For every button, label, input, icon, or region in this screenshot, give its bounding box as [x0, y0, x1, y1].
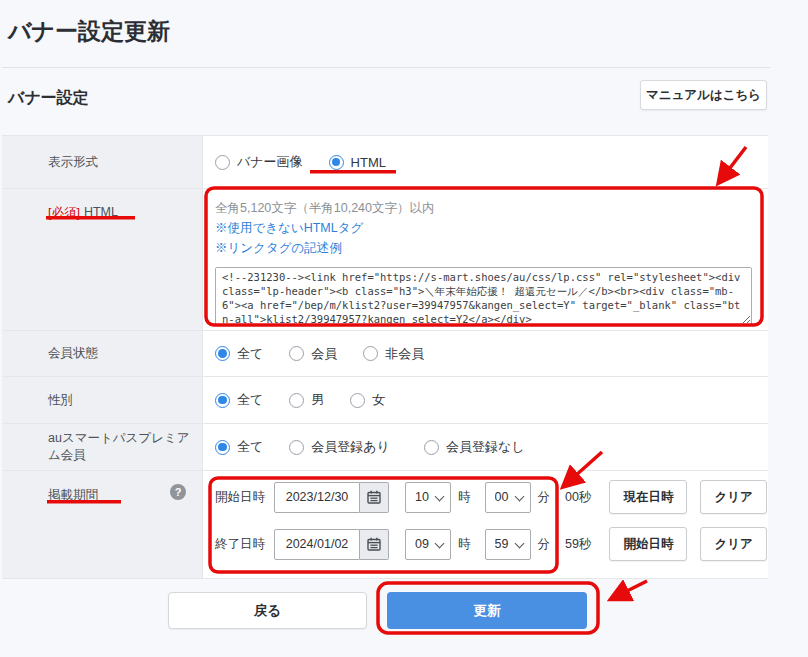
- gender-label: 性別: [2, 377, 203, 423]
- radio-unchecked-icon[interactable]: [215, 155, 230, 170]
- gender-options: 全て 男 女: [203, 377, 768, 423]
- page-title: バナー設定更新: [8, 16, 170, 47]
- html-label: [必須] HTML: [2, 189, 203, 330]
- radio-html-label: HTML: [351, 155, 386, 170]
- html-input-area: 全角5,120文字（半角10,240文字）以内 ※使用できないHTMLタグ ※リ…: [203, 189, 768, 330]
- start-minute-select-wrap: 00: [485, 482, 531, 513]
- calendar-icon: [367, 537, 381, 551]
- minute-unit: 分: [538, 536, 551, 553]
- radio-au-unregistered-label: 会員登録なし: [446, 438, 525, 456]
- char-limit-hint: 全角5,120文字（半角10,240文字）以内: [215, 200, 768, 217]
- start-seconds: 00秒: [565, 489, 591, 506]
- au-smartpass-label: auスマートパスプレミアム会員: [2, 424, 203, 470]
- radio-checked-icon[interactable]: [329, 155, 344, 170]
- end-calendar-button[interactable]: [360, 529, 389, 560]
- calendar-icon: [367, 490, 381, 504]
- start-clear-button[interactable]: クリア: [700, 480, 766, 514]
- annotation-arrow-update: [613, 581, 647, 598]
- radio-au-all[interactable]: 全て: [215, 438, 263, 456]
- radio-member-label: 会員: [311, 345, 337, 363]
- minute-unit: 分: [538, 489, 551, 506]
- radio-non-member-label: 非会員: [385, 345, 424, 363]
- radio-non-member[interactable]: 非会員: [363, 345, 424, 363]
- au-smartpass-options: 全て 会員登録あり 会員登録なし: [203, 424, 768, 470]
- radio-banner-image[interactable]: バナー画像: [215, 153, 303, 171]
- radio-unchecked-icon[interactable]: [424, 440, 439, 455]
- radio-unchecked-icon[interactable]: [289, 346, 304, 361]
- end-clear-button[interactable]: クリア: [700, 527, 766, 561]
- radio-unchecked-icon[interactable]: [363, 346, 378, 361]
- member-status-label: 会員状態: [2, 331, 203, 376]
- row-member-status: 会員状態 全て 会員 非会員: [2, 331, 768, 377]
- radio-gender-female-label: 女: [372, 391, 385, 409]
- update-button[interactable]: 更新: [387, 592, 587, 629]
- start-date-input[interactable]: [274, 482, 360, 513]
- end-seconds: 59秒: [565, 536, 591, 553]
- radio-au-unregistered[interactable]: 会員登録なし: [424, 438, 525, 456]
- end-minute-select-wrap: 59: [485, 529, 531, 560]
- radio-gender-male[interactable]: 男: [289, 391, 324, 409]
- copy-start-datetime-button[interactable]: 開始日時: [609, 527, 687, 561]
- start-minute-select[interactable]: 00: [485, 482, 531, 513]
- row-html: [必須] HTML 全角5,120文字（半角10,240文字）以内 ※使用できな…: [2, 189, 768, 331]
- back-button[interactable]: 戻る: [168, 592, 367, 629]
- display-format-options: バナー画像 HTML: [203, 136, 768, 188]
- radio-gender-all-label: 全て: [237, 391, 263, 409]
- link-tag-example-link[interactable]: ※リンクタグの記述例: [215, 240, 768, 257]
- row-au-smartpass: auスマートパスプレミアム会員 全て 会員登録あり 会員登録なし: [2, 424, 768, 471]
- period-label-cell: 掲載期間 ?: [2, 471, 203, 578]
- row-display-format: 表示形式 バナー画像 HTML: [2, 136, 768, 189]
- help-icon[interactable]: ?: [170, 484, 186, 500]
- period-label: 掲載期間: [48, 487, 98, 504]
- radio-member-all-label: 全て: [237, 345, 263, 363]
- manual-button[interactable]: マニュアルはこちら: [640, 80, 767, 110]
- end-datetime-row: 終了日時 09: [215, 527, 768, 561]
- radio-unchecked-icon[interactable]: [289, 440, 304, 455]
- radio-checked-icon[interactable]: [215, 393, 230, 408]
- start-datetime-row: 開始日時 10: [215, 480, 768, 514]
- end-hour-select-wrap: 09: [405, 529, 451, 560]
- member-status-options: 全て 会員 非会員: [203, 331, 768, 376]
- display-format-label: 表示形式: [2, 136, 203, 188]
- divider: [2, 67, 770, 68]
- now-datetime-button[interactable]: 現在日時: [609, 480, 687, 514]
- radio-au-registered[interactable]: 会員登録あり: [289, 438, 390, 456]
- end-minute-select[interactable]: 59: [485, 529, 531, 560]
- radio-gender-all[interactable]: 全て: [215, 391, 263, 409]
- end-hour-select[interactable]: 09: [405, 529, 451, 560]
- hour-unit: 時: [458, 536, 471, 553]
- period-inputs: 開始日時 10: [203, 471, 768, 578]
- html-label-text: HTML: [84, 205, 118, 219]
- banner-settings-form: 表示形式 バナー画像 HTML [必須] HTML 全角5,120文字（半角10…: [2, 135, 768, 579]
- hour-unit: 時: [458, 489, 471, 506]
- radio-au-all-label: 全て: [237, 438, 263, 456]
- radio-unchecked-icon[interactable]: [350, 393, 365, 408]
- radio-gender-female[interactable]: 女: [350, 391, 385, 409]
- end-datetime-label: 終了日時: [215, 536, 265, 553]
- radio-html[interactable]: HTML: [329, 155, 386, 170]
- start-calendar-button[interactable]: [360, 482, 389, 513]
- html-code-textarea[interactable]: <!--231230--><link href="https://s-mart.…: [215, 267, 752, 325]
- radio-checked-icon[interactable]: [215, 440, 230, 455]
- banner-settings-page: バナー設定更新 バナー設定 マニュアルはこちら 表示形式 バナー画像 HTML …: [0, 0, 808, 657]
- radio-unchecked-icon[interactable]: [289, 393, 304, 408]
- radio-au-registered-label: 会員登録あり: [311, 438, 390, 456]
- radio-member[interactable]: 会員: [289, 345, 337, 363]
- disallowed-tags-link[interactable]: ※使用できないHTMLタグ: [215, 220, 768, 237]
- section-title: バナー設定: [8, 88, 89, 109]
- radio-gender-male-label: 男: [311, 391, 324, 409]
- radio-banner-image-label: バナー画像: [237, 153, 303, 171]
- start-hour-select-wrap: 10: [405, 482, 451, 513]
- start-hour-select[interactable]: 10: [405, 482, 451, 513]
- end-date-input[interactable]: [274, 529, 360, 560]
- radio-member-all[interactable]: 全て: [215, 345, 263, 363]
- radio-checked-icon[interactable]: [215, 346, 230, 361]
- start-datetime-label: 開始日時: [215, 489, 265, 506]
- row-gender: 性別 全て 男 女: [2, 377, 768, 424]
- required-badge: [必須]: [48, 205, 80, 222]
- row-period: 掲載期間 ? 開始日時: [2, 471, 768, 579]
